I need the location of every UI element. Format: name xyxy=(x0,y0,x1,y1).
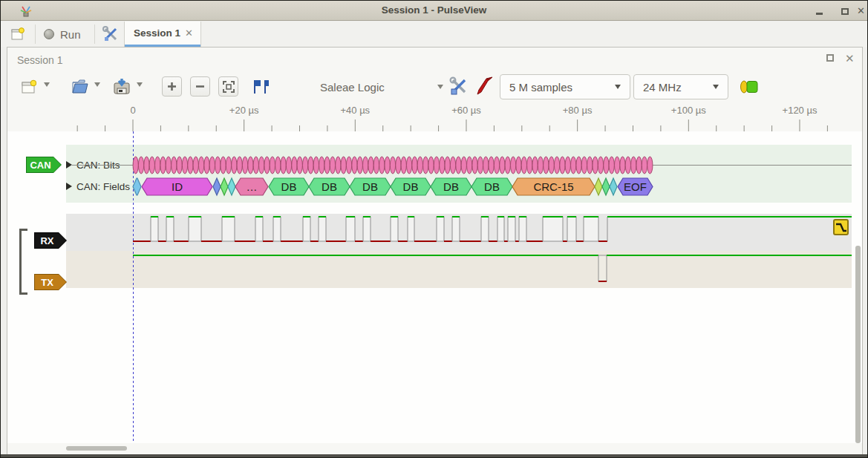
trace-canvas[interactable]: ID…DBDBDBDBDBDBCRC-15EOF xyxy=(1,1,868,458)
trigger-marker[interactable] xyxy=(833,219,849,235)
window-bottom-edge xyxy=(1,454,867,457)
svg-text:DB: DB xyxy=(362,180,378,193)
svg-text:CRC-15: CRC-15 xyxy=(533,180,573,193)
svg-text:DB: DB xyxy=(281,180,297,193)
svg-text:…: … xyxy=(247,180,258,193)
svg-text:ID: ID xyxy=(172,180,183,193)
pulseview-window: Session 1 - PulseView ✕ Run xyxy=(0,0,868,458)
svg-text:EOF: EOF xyxy=(624,180,647,193)
falling-edge-trigger-icon xyxy=(835,220,847,234)
vertical-scrollbar[interactable] xyxy=(855,246,861,443)
horizontal-scrollbar[interactable] xyxy=(66,446,127,451)
svg-text:DB: DB xyxy=(403,180,419,193)
svg-text:DB: DB xyxy=(484,180,500,193)
svg-text:DB: DB xyxy=(322,180,337,193)
svg-text:DB: DB xyxy=(443,180,459,193)
